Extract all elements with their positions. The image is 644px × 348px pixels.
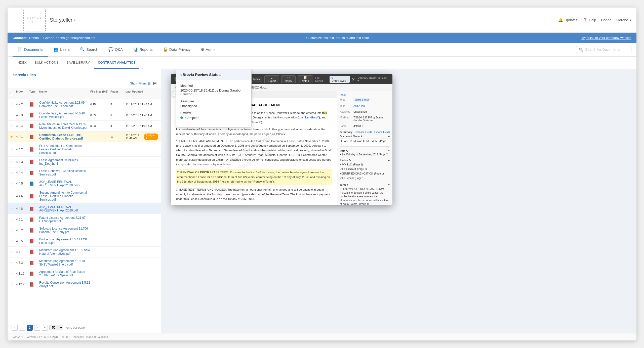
table-row[interactable]: ☆ 4.4.3 📕 Lease Agreement CafePress Inc_… [8, 157, 161, 167]
per-page-select[interactable]: 50 25 100 [49, 325, 63, 330]
star-icon[interactable]: ☆ [10, 207, 16, 211]
star-icon[interactable]: ☆ [10, 124, 16, 128]
file-link[interactable]: Lease Agreement CafePress Inc_Dot_.html [39, 158, 90, 165]
star-icon[interactable]: ☆ [10, 218, 16, 222]
edit-parties-icon[interactable]: ✏ [388, 159, 390, 162]
current-page-button[interactable]: 1 [27, 325, 33, 331]
user-menu-button[interactable]: Donna L. Garabo ▾ [601, 18, 631, 22]
nav-tabs: 📄 Documents 👥 Users 🔍 Search 💬 Q&A 📊 Rep… [8, 43, 636, 57]
table-row[interactable]: ☆ 4.11.1 📕 Agreement for Sale of Real Es… [8, 268, 161, 279]
star-icon[interactable]: ☆ [10, 171, 16, 175]
file-link[interactable]: Manufacturing Agreement 4.1.05 NSA Natur… [39, 248, 90, 255]
table-row[interactable]: ☆ 4.6.5 📕 Bridge Loan Agreement 4.5.11 F… [8, 236, 161, 247]
tab-data-privacy[interactable]: 🔒 Data Privacy [158, 43, 196, 57]
back-button[interactable]: ← [13, 16, 21, 24]
notes-button[interactable]: 📝 Notes [298, 75, 313, 83]
star-icon[interactable]: ☆ [10, 261, 16, 265]
file-link[interactable]: Confidentiality Agreement 2.23.09 Conver… [39, 101, 90, 108]
file-link[interactable]: JKV_LEASE RENEWAL AGREEMENT_April2020.do… [39, 180, 90, 187]
star-icon[interactable]: ☆ [10, 250, 16, 254]
tab-users[interactable]: 👥 Users [48, 43, 75, 57]
file-link[interactable]: Commercial Lease 11.08 THP, Certified Di… [39, 133, 90, 140]
sub-tab-index[interactable]: INDEX [13, 57, 31, 69]
reply-button[interactable]: ↩ Reply [281, 75, 295, 83]
prev-page-button[interactable]: ‹ [19, 325, 25, 331]
sub-tab-save-library[interactable]: SAVE LIBRARY [62, 57, 94, 69]
search-documents-box[interactable]: 🔍 Search for Documents [576, 46, 631, 53]
status-dot-icon [180, 116, 183, 119]
file-link[interactable]: Software License Agreement 11.706 Banana… [39, 227, 90, 234]
star-icon[interactable]: ☆ [10, 282, 16, 286]
file-link[interactable]: Second Amendment to Commercial Lease - C… [39, 191, 90, 201]
file-link[interactable]: Agreement for Sale of Real Estate 2.3.09… [39, 270, 90, 277]
file-link[interactable]: Patent License Agreement 2.21.07 UT Sign… [39, 216, 90, 223]
edit-doc-name-icon[interactable]: ✏ [388, 135, 390, 138]
star-icon[interactable]: ☆ [10, 160, 16, 164]
table-row[interactable]: ☆ 4.5.1 📕 Patent License Agreement 2.21.… [8, 214, 161, 225]
file-link[interactable]: Manufacturing Agreement 5.19.10 SHBV Was… [39, 259, 90, 266]
next-page-button[interactable]: › [34, 325, 40, 331]
star-icon[interactable]: ☆ [10, 239, 16, 243]
tab-qa[interactable]: 💬 Q&A [103, 43, 128, 57]
table-row[interactable]: ☆ 4.2.3 📕 Confidentiality Agreement 7-16… [8, 110, 161, 121]
app-name-button[interactable]: Storyteller ▾ [50, 17, 76, 23]
file-link[interactable]: JKV_LEASE RENEWAL AGREEMENT_April2020.pd… [39, 205, 90, 212]
table-row[interactable]: ☆ 4.4.5 📘 JKV_LEASE RENEWAL AGREEMENT_Ap… [8, 178, 161, 189]
star-icon[interactable]: ☆ [10, 147, 16, 151]
star-icon[interactable]: ☆ [10, 272, 16, 276]
star-icon[interactable]: ☆ [10, 228, 16, 232]
file-link[interactable]: Bridge Loan Agreement 4.5.11 FCB Footsta… [39, 238, 90, 245]
sidebar-index-tab[interactable]: Index [340, 94, 346, 96]
pdf-icon: 📕 [29, 260, 39, 265]
table-row[interactable]: ☆ 4.12.2 📕 Royalty Conversion Agreement … [8, 279, 161, 290]
table-row[interactable]: ☆ 4.5.2 📕 Software License Agreement 11.… [8, 225, 161, 236]
table-row[interactable]: ☆ 4.4.8 📕 JKV_LEASE RENEWAL AGREEMENT_Ap… [8, 203, 161, 214]
last-page-button[interactable]: » [42, 325, 48, 331]
tab-admin[interactable]: ⚙ Admin [196, 43, 222, 57]
select-all-checkbox[interactable] [10, 93, 13, 96]
pdf-icon: 📕 [29, 250, 39, 254]
index-button[interactable]: Index [251, 77, 262, 81]
star-icon[interactable]: ☆ [10, 182, 16, 186]
show-filters-button[interactable]: Show Filters ▦ [130, 82, 150, 85]
table-row[interactable]: ★ 4.4.1 📕 Commercial Lease 11.08 THP, Ce… [8, 132, 161, 142]
file-link[interactable]: Non-Disclosure Agreement 6.19.09 Myers I… [39, 122, 90, 129]
close-button[interactable]: ✕ [352, 77, 355, 82]
file-link[interactable]: Royalty Conversion Agreement 3.5.12 Arra… [39, 281, 90, 288]
add-tag-button[interactable]: Add A Tag [353, 105, 365, 107]
file-link[interactable]: Confidentiality Agreement 7-16-10 Elitec… [39, 112, 90, 119]
collapse-fields-button[interactable]: Collapse Fields [355, 131, 372, 134]
star-icon[interactable]: ☆ [10, 194, 16, 198]
first-page-button[interactable]: « [12, 325, 18, 331]
edit-term-icon[interactable]: ✏ [388, 184, 390, 186]
export-button[interactable]: ⤓ Export [264, 75, 279, 83]
expand-fields-button[interactable]: Expand Fields [374, 131, 390, 134]
table-row[interactable]: ☆ 4.2.2 📕 Confidentiality Agreement 2.23… [8, 99, 161, 110]
tab-documents[interactable]: 📄 Documents [13, 43, 48, 57]
updates-button[interactable]: 🔔 Updates [558, 18, 578, 22]
table-row[interactable]: ☆ 4.7.1 📕 Manufacturing Agreement 4.1.05… [8, 247, 161, 257]
star-icon[interactable]: ★ [10, 135, 16, 139]
grid-view-icon[interactable]: ⊞ [153, 81, 157, 86]
tab-search[interactable]: 🔍 Search [75, 43, 103, 57]
tab-reports[interactable]: 📊 Reports [128, 43, 158, 57]
file-link[interactable]: Lease Renewal - Certified Diabetic Servi… [39, 169, 90, 176]
file-link[interactable]: First Amendment to Commercial Lease - Ce… [39, 144, 90, 155]
app-container: ← YOUR LoGo HERE Storyteller ▾ 🔔 Updates… [0, 0, 644, 348]
edit-date-icon[interactable]: ✏ [388, 150, 390, 152]
sub-tab-contract-analytics[interactable]: CONTRACT ANALYTICS [94, 57, 139, 69]
table-row[interactable]: ☆ 4.4.4 📕 Lease Renewal - Certified Diab… [8, 167, 161, 178]
help-button[interactable]: ❓ Help [583, 18, 596, 22]
doc-paragraph-2: In consideration of the covenants and ob… [176, 127, 332, 136]
unreviewed-status[interactable]: 0 Unreviewed [330, 76, 350, 83]
content-area: eBrevia Files Show Filters ▦ ⊞ Index Typ… [8, 69, 636, 333]
table-row[interactable]: ☆ 4.4.2 📕 First Amendment to Commercial … [8, 142, 161, 157]
table-row[interactable]: ☆ 4.4.6 📕 Second Amendment to Commercial… [8, 189, 161, 203]
star-icon[interactable]: ☆ [10, 113, 16, 117]
reports-icon: 📊 [133, 47, 138, 52]
star-icon[interactable]: ☆ [10, 102, 16, 106]
pdf-icon: 📕 [29, 194, 39, 199]
sub-tab-bulk-actions[interactable]: BULK ACTIONS [31, 57, 63, 69]
table-row[interactable]: ☆ 4.7.3 📕 Manufacturing Agreement 5.19.1… [8, 257, 161, 268]
table-row[interactable]: ☆ 4.2.4 📕 Non-Disclosure Agreement 6.19.… [8, 121, 161, 132]
